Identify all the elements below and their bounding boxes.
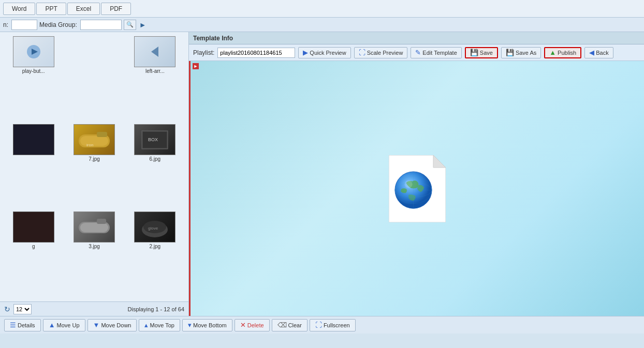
search-button[interactable]: 🔍 <box>124 20 136 30</box>
globe-svg <box>394 171 433 209</box>
scale-preview-button[interactable]: ⛶ Scale Preview <box>354 47 408 58</box>
list-item[interactable]: g <box>4 211 63 297</box>
left-panel: play-but... left-arr... <box>0 32 189 316</box>
svg-marker-2 <box>151 47 158 57</box>
playlist-label: Playlist: <box>193 49 214 56</box>
tab-word[interactable]: Word <box>3 3 35 15</box>
refresh-button[interactable]: ↻ <box>4 305 10 313</box>
per-page-select[interactable]: 12 24 48 96 <box>13 304 32 314</box>
fullscreen-button[interactable]: ⛶ Fullscreen <box>310 319 356 331</box>
publish-icon: ▲ <box>549 49 556 56</box>
document-icon <box>389 155 446 222</box>
move-up-icon: ▲ <box>49 321 55 329</box>
tab-ppt[interactable]: PPT <box>36 3 66 15</box>
svg-rect-4 <box>80 136 108 146</box>
back-button[interactable]: ◀ Back <box>584 47 613 58</box>
thumbnail <box>13 124 54 155</box>
delete-icon: ✕ <box>240 321 246 329</box>
right-panel: Template Info Playlist: ▶ Quick Preview … <box>189 32 644 316</box>
save-icon: 💾 <box>470 49 478 56</box>
details-button[interactable]: ☰ Details <box>4 319 41 331</box>
media-item-label: 7.jpg <box>89 156 100 162</box>
list-item[interactable] <box>4 124 63 210</box>
media-item-label: 3.jpg <box>89 244 100 249</box>
svg-marker-17 <box>433 155 446 168</box>
quick-preview-button[interactable]: ▶ Quick Preview <box>298 47 350 58</box>
svg-text:glove: glove <box>148 226 158 231</box>
move-bottom-button[interactable]: ▾ Move Bottom <box>182 319 232 331</box>
back-icon: ◀ <box>589 49 594 56</box>
preview-corner-marker: ► <box>193 63 199 69</box>
move-top-icon: ▴ <box>144 321 148 329</box>
pagination-bar: ↻ 12 24 48 96 Displaying 1 - 12 of 64 <box>0 301 188 316</box>
main-layout: play-but... left-arr... <box>0 32 644 316</box>
edit-icon: ✎ <box>415 49 421 56</box>
save-as-button[interactable]: 💾 Save As <box>501 47 541 58</box>
pagination-info: Displaying 1 - 12 of 64 <box>35 306 184 312</box>
thumbnail <box>13 211 54 243</box>
list-item[interactable]: iron 7.jpg <box>65 124 123 210</box>
scale-icon: ⛶ <box>359 49 365 56</box>
navigate-right-button[interactable]: ► <box>138 21 148 29</box>
playlist-input[interactable] <box>217 48 295 58</box>
list-item[interactable]: 3.jpg <box>65 211 123 297</box>
svg-text:BOX: BOX <box>148 137 158 142</box>
search-label: n: <box>3 21 8 28</box>
svg-point-23 <box>405 180 413 188</box>
thumbnail <box>74 211 115 243</box>
thumbnail: iron <box>74 124 115 155</box>
tab-excel[interactable]: Excel <box>67 3 100 15</box>
svg-rect-5 <box>97 132 107 137</box>
details-icon: ☰ <box>10 321 16 329</box>
thumbnail <box>134 36 175 67</box>
globe-container <box>394 171 433 211</box>
media-item-label: left-arr... <box>145 68 165 74</box>
preview-area: ► <box>189 61 644 316</box>
list-item[interactable]: left-arr... <box>126 36 184 122</box>
search-input[interactable] <box>11 20 37 30</box>
template-info-header: Template Info <box>189 32 644 44</box>
media-item-label: g <box>32 244 35 249</box>
list-item <box>65 36 123 122</box>
edit-template-button[interactable]: ✎ Edit Template <box>411 47 461 58</box>
clear-icon: ⌫ <box>277 321 287 329</box>
media-group-input[interactable] <box>80 20 122 30</box>
top-toolbar: Word PPT Excel PDF <box>0 0 644 18</box>
tab-pdf[interactable]: PDF <box>101 3 131 15</box>
preview-icon: ▶ <box>303 49 308 56</box>
list-item[interactable]: play-but... <box>4 36 63 122</box>
list-item[interactable]: BOX 6.jpg <box>126 124 184 210</box>
svg-rect-11 <box>80 223 108 232</box>
thumbnail <box>13 36 54 67</box>
move-bottom-icon: ▾ <box>188 321 192 329</box>
delete-button[interactable]: ✕ Delete <box>235 319 270 331</box>
action-bar: ☰ Details ▲ Move Up ▼ Move Down ▴ Move T… <box>0 316 644 334</box>
media-item-label: 2.jpg <box>149 244 160 249</box>
thumbnail: glove <box>134 211 175 243</box>
media-group-label: Media Group: <box>39 21 77 28</box>
search-toolbar: n: Media Group: 🔍 ► <box>0 18 644 32</box>
media-grid: play-but... left-arr... <box>0 32 188 301</box>
list-item[interactable]: glove 2.jpg <box>126 211 184 297</box>
fullscreen-icon: ⛶ <box>315 321 322 329</box>
move-down-icon: ▼ <box>93 321 100 329</box>
thumbnail: BOX <box>134 124 175 155</box>
publish-button[interactable]: ▲ Publish <box>544 47 581 58</box>
move-down-button[interactable]: ▼ Move Down <box>87 319 137 331</box>
media-item-label: 6.jpg <box>149 156 160 162</box>
move-up-button[interactable]: ▲ Move Up <box>43 319 85 331</box>
media-item-label: play-but... <box>22 68 45 74</box>
clear-button[interactable]: ⌫ Clear <box>272 319 308 331</box>
save-as-icon: 💾 <box>506 49 514 56</box>
move-top-button[interactable]: ▴ Move Top <box>139 319 180 331</box>
save-button[interactable]: 💾 Save <box>465 47 498 58</box>
svg-text:iron: iron <box>86 143 93 147</box>
svg-rect-12 <box>97 219 106 224</box>
playlist-toolbar: Playlist: ▶ Quick Preview ⛶ Scale Previe… <box>189 44 644 61</box>
